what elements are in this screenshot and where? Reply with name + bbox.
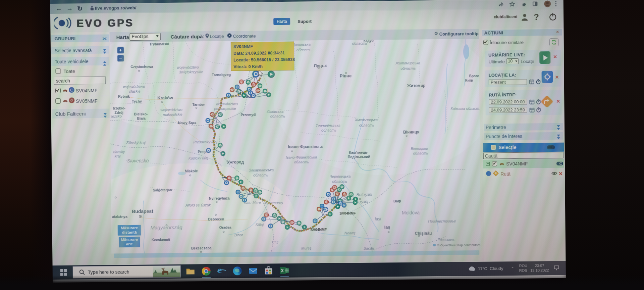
- svg-text:Bielsko-: Bielsko-: [134, 112, 148, 116]
- svg-text:Тернопільська: Тернопільська: [316, 123, 340, 128]
- svg-text:область: область: [352, 41, 367, 45]
- svg-text:Вінниця: Вінниця: [403, 130, 419, 134]
- svg-text:Sălaj: Sălaj: [255, 223, 264, 227]
- svg-text:SV04NMF: SV04NMF: [311, 228, 327, 232]
- svg-text:Žilinský kraj: Žilinský kraj: [126, 141, 146, 145]
- svg-text:область: область: [297, 48, 312, 52]
- svg-text:Rybnik: Rybnik: [118, 94, 130, 98]
- svg-text:область: область: [400, 66, 416, 70]
- svg-text:Брова: Брова: [469, 74, 480, 78]
- svg-text:Kraków: Kraków: [157, 95, 173, 100]
- svg-text:Biała: Biała: [137, 116, 146, 120]
- svg-text:Kecskemét: Kecskemét: [152, 238, 170, 242]
- svg-text:kraj: kraj: [115, 154, 121, 158]
- svg-text:Trybunalski: Trybunalski: [150, 42, 169, 46]
- svg-text:Хмельницька: Хмельницька: [355, 118, 378, 122]
- svg-text:Neamț: Neamț: [344, 231, 356, 235]
- svg-text:Budapest: Budapest: [132, 208, 153, 214]
- svg-text:Częstochowa: Częstochowa: [130, 64, 153, 69]
- svg-text:Oradea: Oradea: [219, 225, 231, 229]
- svg-text:Івано-Франківська: Івано-Франківська: [286, 155, 317, 159]
- svg-text:Nyíregyháza: Nyíregyháza: [209, 196, 230, 200]
- svg-text:Закарпатська: Закарпатська: [249, 168, 274, 172]
- svg-text:Moldova: Moldova: [402, 210, 420, 215]
- svg-text:Magyarország: Magyarország: [151, 225, 183, 231]
- svg-text:Ужгород: Ужгород: [227, 160, 244, 164]
- svg-text:atabánya: atabánya: [112, 214, 127, 219]
- svg-text:lezsko: lezsko: [111, 114, 122, 118]
- svg-text:oșani: oșani: [359, 199, 368, 204]
- svg-text:Békéscsaba: Békéscsaba: [191, 246, 212, 250]
- svg-text:Iași: Iași: [375, 216, 381, 221]
- svg-text:Bacău: Bacău: [364, 246, 374, 250]
- svg-text:Debrecen: Debrecen: [208, 217, 224, 221]
- svg-text:województwo: województwo: [216, 102, 238, 106]
- svg-text:małopolskie: małopolskie: [163, 112, 182, 117]
- svg-text:7: 7: [531, 81, 532, 84]
- svg-text:область: область: [270, 114, 285, 118]
- svg-text:województwo: województwo: [160, 108, 182, 112]
- svg-text:Salgótarján: Salgótarján: [153, 188, 172, 192]
- svg-text:7: 7: [531, 109, 532, 112]
- svg-text:Nowy Sącz: Nowy Sącz: [178, 120, 197, 125]
- svg-text:Bihor: Bihor: [234, 233, 244, 237]
- svg-text:Bălți: Bălți: [393, 199, 401, 203]
- svg-text:Cluj: Cluj: [272, 240, 279, 244]
- svg-text:область: область: [359, 123, 374, 127]
- svg-text:Miskolc: Miskolc: [185, 169, 198, 173]
- svg-text:śląskie: śląskie: [129, 89, 141, 93]
- svg-text:Приднестровье: Приднестровье: [428, 219, 456, 224]
- svg-text:Житомирська: Житомирська: [395, 61, 420, 65]
- svg-text:Чернівецька: Чернівецька: [329, 174, 351, 179]
- svg-text:© OpenStreetMap contributors: © OpenStreetMap contributors: [437, 243, 480, 247]
- svg-text:область: область: [413, 151, 428, 155]
- svg-text:Mureș: Mureș: [301, 246, 312, 250]
- svg-text:Košický kraj: Košický kraj: [189, 156, 208, 160]
- svg-text:Львівська: Львівська: [267, 109, 284, 113]
- svg-text:Івано-Франківськ: Івано-Франківськ: [288, 144, 323, 149]
- svg-text:Житомир: Житомир: [407, 83, 426, 88]
- svg-text:Київська область: Київська область: [450, 106, 481, 111]
- svg-text:Рівне: Рівне: [340, 73, 352, 78]
- svg-text:Slovensko: Slovensko: [127, 158, 149, 163]
- svg-text:Alföld és Észak: Alföld és Észak: [185, 203, 211, 207]
- svg-text:riansky: riansky: [113, 150, 125, 154]
- svg-text:Tarnów: Tarnów: [192, 102, 205, 106]
- svg-text:Подільський: Подільський: [348, 155, 370, 159]
- svg-text:Przemyśl: Przemyśl: [241, 113, 256, 117]
- svg-text:podkarpackie: podkarpackie: [214, 106, 236, 111]
- svg-text:województwo: województwo: [123, 85, 145, 89]
- svg-text:Botoșani: Botoșani: [357, 192, 372, 197]
- svg-text:Tychy: Tychy: [132, 99, 142, 103]
- svg-text:Кам'янець-: Кам'янець-: [349, 150, 369, 155]
- svg-text:województwo: województwo: [177, 65, 199, 69]
- svg-text:область: область: [294, 160, 309, 164]
- svg-text:SV04NMF: SV04NMF: [339, 211, 356, 215]
- svg-text:Тирасполь: Тирасполь: [438, 238, 454, 242]
- svg-text:Луцьк: Луцьк: [314, 63, 327, 68]
- svg-text:trzębie-: trzębie-: [113, 106, 125, 110]
- svg-text:Iaș: Iaș: [384, 225, 390, 230]
- svg-text:Tarnobrzeg: Tarnobrzeg: [212, 72, 231, 77]
- svg-text:Вінницько: Вінницько: [411, 146, 428, 150]
- svg-text:Chișinău: Chișinău: [415, 231, 432, 236]
- svg-text:область: область: [321, 128, 336, 132]
- svg-text:Волинська: Волинська: [292, 42, 311, 46]
- svg-text:область: область: [332, 179, 347, 183]
- svg-text:Київ: Київ: [465, 78, 473, 82]
- svg-text:7: 7: [531, 101, 532, 104]
- svg-text:świętokrzyskie: świętokrzyskie: [179, 70, 203, 74]
- svg-text:область: область: [253, 173, 268, 177]
